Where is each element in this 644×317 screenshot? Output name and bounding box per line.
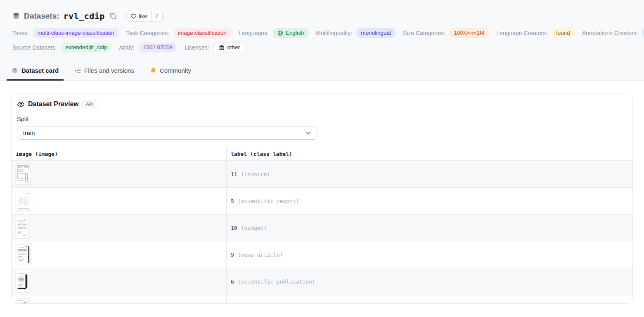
tab-label: Files and versions xyxy=(84,67,134,74)
copy-icon[interactable] xyxy=(110,13,116,19)
like-button[interactable]: like 7 xyxy=(126,11,163,21)
community-hands-icon xyxy=(150,67,156,74)
like-label: like xyxy=(139,13,147,19)
column-header-label: label (class label) xyxy=(226,147,632,160)
tag-group-label: Task Categories: xyxy=(126,30,169,36)
tag-group-label: ArXiv: xyxy=(119,44,134,51)
globe-icon xyxy=(277,30,283,36)
tag-annotations-creators[interactable]: found xyxy=(642,28,644,38)
label-value: 11 xyxy=(231,171,237,177)
tag-arxiv[interactable]: 1502.07058 xyxy=(139,43,177,52)
bank-icon xyxy=(219,45,225,50)
tag-language-label: English xyxy=(286,30,304,36)
heart-icon xyxy=(130,13,137,19)
column-header-image: image (image) xyxy=(12,147,226,160)
tag-group-language-creators: Language Creators: found xyxy=(496,28,575,38)
tag-license[interactable]: other xyxy=(213,42,246,53)
breadcrumb[interactable]: Datasets: xyxy=(24,12,59,21)
document-thumbnail[interactable] xyxy=(16,244,31,265)
preview-table: image (image) label (class label) 11(inv… xyxy=(12,147,632,304)
tag-source-dataset[interactable]: extended|iit_cdip xyxy=(61,43,111,52)
eye-icon xyxy=(17,100,25,108)
document-thumbnail[interactable] xyxy=(16,298,30,304)
table-header-row: image (image) label (class label) xyxy=(12,147,632,161)
label-value: 5 xyxy=(231,198,234,204)
split-selected-value: train xyxy=(23,130,35,136)
document-thumbnail[interactable] xyxy=(16,163,31,185)
tab-files-and-versions[interactable]: Files and versions xyxy=(69,63,139,81)
tab-dataset-card[interactable]: Dataset card xyxy=(7,63,64,81)
cube-icon xyxy=(12,67,18,74)
tag-group-label: Annotations Creators: xyxy=(582,30,638,36)
tag-group-licenses: Licenses: other xyxy=(185,42,246,53)
tag-group-source-datasets: Source Datasets: extended|iit_cdip xyxy=(12,43,111,52)
table-row: 6(scientific publication) xyxy=(12,268,632,295)
title-row: Datasets: rvl_cdip like 7 xyxy=(0,0,644,21)
label-value: 9 xyxy=(231,252,234,258)
tag-group-label: Language Creators: xyxy=(496,30,547,36)
tag-group-languages: Languages: English xyxy=(239,28,308,38)
table-row: 11(invoice) xyxy=(12,161,632,188)
label-value: 10 xyxy=(231,225,237,231)
tag-group-label: Size Categories: xyxy=(403,30,445,36)
tag-multilinguality[interactable]: monolingual xyxy=(356,28,395,38)
preview-title: Dataset Preview xyxy=(28,100,79,108)
dataset-preview-header: Dataset Preview API xyxy=(17,100,627,108)
tags-row-2: Source Datasets: extended|iit_cdip ArXiv… xyxy=(0,42,644,53)
tag-language[interactable]: English xyxy=(273,28,308,38)
main-content: Dataset Preview API Split train image (i… xyxy=(0,81,644,304)
tag-tasks[interactable]: multi-class-image-classification xyxy=(33,28,119,38)
document-thumbnail[interactable] xyxy=(16,191,32,211)
document-thumbnail[interactable] xyxy=(16,217,28,238)
tag-group-size-categories: Size Categories: 100K<n<1M xyxy=(403,28,489,38)
label-name: (budget) xyxy=(241,225,267,231)
label-name: (scientific publication) xyxy=(238,279,315,285)
tag-group-task-categories: Task Categories: image-classification xyxy=(126,28,231,38)
dataset-name: rvl_cdip xyxy=(64,11,105,21)
table-row: 9(news article) xyxy=(12,241,632,268)
tag-language-creators[interactable]: found xyxy=(552,28,575,38)
chevron-down-icon xyxy=(305,130,311,136)
tab-bar: Dataset card Files and versions Communit… xyxy=(0,63,644,81)
tab-label: Dataset card xyxy=(21,67,59,74)
tag-group-arxiv: ArXiv: 1502.07058 xyxy=(119,43,177,52)
label-value: 6 xyxy=(231,279,234,285)
page-header-area: Datasets: rvl_cdip like 7 Tasks: multi-c… xyxy=(0,0,644,81)
like-count[interactable]: 7 xyxy=(151,11,162,21)
tag-group-multilinguality: Multilinguality: monolingual xyxy=(316,28,395,38)
tag-size-category[interactable]: 100K<n<1M xyxy=(450,28,489,38)
tag-group-tasks: Tasks: multi-class-image-classification xyxy=(12,28,119,38)
tab-community[interactable]: Community xyxy=(145,63,196,81)
table-row-partial xyxy=(12,295,632,304)
tags-row-1: Tasks: multi-class-image-classification … xyxy=(0,28,644,38)
api-badge[interactable]: API xyxy=(82,100,97,108)
table-row: 5(scientific report) xyxy=(12,188,632,215)
split-label: Split xyxy=(17,116,627,122)
label-name: (invoice) xyxy=(241,171,270,177)
tab-label: Community xyxy=(160,67,191,74)
tag-license-label: other xyxy=(227,44,240,51)
tag-group-label: Languages: xyxy=(239,30,269,36)
document-thumbnail[interactable] xyxy=(16,271,29,292)
tag-group-label: Source Datasets: xyxy=(12,44,57,51)
tag-group-label: Multilinguality: xyxy=(316,30,352,36)
versions-list-icon xyxy=(74,67,81,74)
label-name: (news article) xyxy=(238,252,283,258)
label-name: (scientific report) xyxy=(238,198,299,204)
tag-group-label: Licenses: xyxy=(185,44,209,51)
table-row: 10(budget) xyxy=(12,215,632,241)
database-icon xyxy=(12,12,20,20)
split-select[interactable]: train xyxy=(17,126,317,140)
tag-group-annotations-creators: Annotations Creators: found xyxy=(582,28,644,38)
tag-task-category[interactable]: image-classification xyxy=(173,28,231,38)
dataset-preview-card: Dataset Preview API Split train image (i… xyxy=(11,93,633,304)
tag-group-label: Tasks: xyxy=(12,30,29,36)
